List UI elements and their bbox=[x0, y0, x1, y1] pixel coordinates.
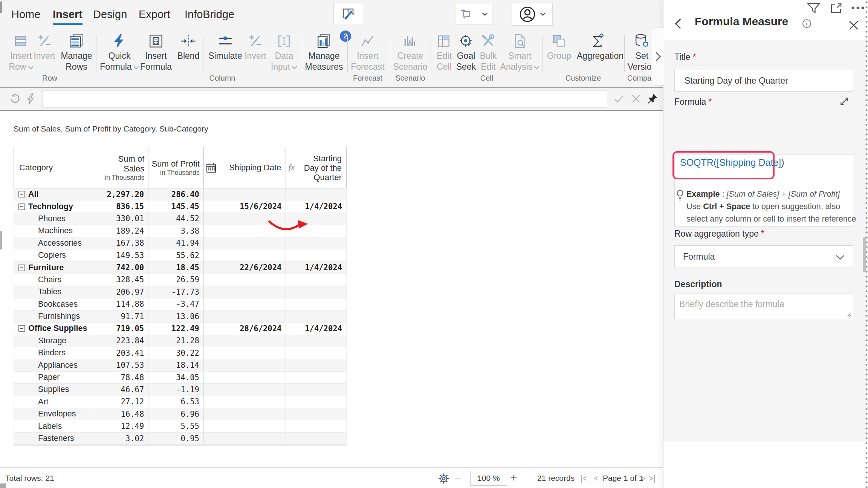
back-chevron-icon[interactable] bbox=[675, 18, 682, 29]
zoom-out-button[interactable]: – bbox=[455, 472, 461, 484]
ribbon-group-divider bbox=[624, 35, 625, 72]
quick-formula-button[interactable]: QuickFormula bbox=[99, 33, 140, 72]
insert-forecast-button: InsertForecast bbox=[347, 33, 388, 72]
shipping-date-value bbox=[204, 311, 286, 322]
next-page-button[interactable]: > bbox=[640, 474, 645, 483]
table-row[interactable]: Furnishings91.7113.06 bbox=[14, 311, 347, 323]
profit-value: 6.96 bbox=[148, 408, 204, 420]
collapse-icon[interactable] bbox=[18, 325, 25, 332]
invert-column-icon bbox=[248, 33, 263, 49]
category-label: Labels bbox=[38, 422, 62, 431]
shipping-date-value bbox=[204, 298, 286, 310]
shipping-date-value: 15/6/2024 bbox=[204, 200, 286, 212]
table-row[interactable]: Chairs328.4526.59 bbox=[14, 274, 347, 286]
table-row[interactable]: Envelopes16.486.96 bbox=[14, 408, 347, 420]
table-row[interactable]: Furniture742.0018.4522/6/20241/4/2024 bbox=[14, 262, 347, 274]
table-row[interactable]: Bookcases114.88-3.47 bbox=[14, 298, 347, 311]
table-row[interactable]: Labels12.495.55 bbox=[14, 420, 347, 432]
table-row[interactable]: Appliances107.5318.14 bbox=[14, 359, 347, 371]
tab-design[interactable]: Design bbox=[93, 8, 127, 21]
panel-title: Formula Measure bbox=[695, 15, 788, 28]
table-row[interactable]: Storage223.8421.28 bbox=[14, 335, 347, 347]
starting-day-value bbox=[286, 347, 346, 359]
tab-infobridge[interactable]: InfoBridge bbox=[185, 8, 234, 21]
last-page-button[interactable]: >| bbox=[649, 474, 656, 483]
tab-export[interactable]: Export bbox=[139, 8, 170, 21]
zoom-level-input[interactable]: 100 % bbox=[470, 471, 507, 486]
starting-day-value bbox=[286, 372, 346, 383]
account-menu[interactable] bbox=[512, 3, 553, 26]
sales-value: 12.49 bbox=[95, 420, 149, 432]
manage-measures-button[interactable]: 2ManageMeasures bbox=[303, 33, 345, 72]
prev-page-button[interactable]: < bbox=[594, 474, 599, 483]
discard-x-icon[interactable] bbox=[630, 93, 642, 104]
table-row[interactable]: Paper78.4834.05 bbox=[14, 372, 347, 384]
shipping-date-value bbox=[204, 384, 286, 395]
resize-handle-icon[interactable] bbox=[845, 311, 851, 317]
comment-widget[interactable] bbox=[455, 4, 492, 25]
more-options-icon[interactable] bbox=[851, 6, 865, 10]
formula-measure-panel: Formula Measure Title* Starting Day of t… bbox=[663, 0, 868, 488]
category-label: Paper bbox=[38, 373, 60, 382]
formula-bar-input[interactable] bbox=[42, 90, 607, 108]
expand-window-icon[interactable] bbox=[830, 3, 843, 14]
manage-rows-button[interactable]: ManageRows bbox=[56, 33, 97, 72]
settings-gear-icon[interactable] bbox=[438, 473, 449, 484]
table-row[interactable]: Office Supplies719.05122.4928/6/20241/4/… bbox=[14, 323, 347, 335]
profit-value: 21.28 bbox=[148, 335, 204, 347]
sales-value: 189.24 bbox=[95, 225, 149, 237]
starting-day-value bbox=[286, 335, 346, 347]
category-label: Phones bbox=[38, 214, 66, 223]
category-label: Tables bbox=[38, 287, 61, 297]
formula-help-text: Example : [Sum of Sales] + [Sum of Profi… bbox=[686, 188, 860, 225]
title-input[interactable]: Starting Day of the Quarter bbox=[674, 70, 853, 92]
zoom-in-button[interactable]: + bbox=[510, 471, 517, 484]
tab-home[interactable]: Home bbox=[11, 8, 40, 21]
table-row[interactable]: Copiers149.5355.62 bbox=[14, 249, 347, 262]
ribbon-group-divider bbox=[347, 35, 348, 72]
table-row[interactable]: Tables206.97-17.73 bbox=[14, 286, 347, 298]
table-row[interactable]: Supplies46.67-1.19 bbox=[14, 384, 347, 396]
tab-insert[interactable]: Insert bbox=[53, 8, 83, 21]
description-textarea[interactable]: Briefly describe the formula bbox=[674, 294, 853, 319]
expand-editor-icon[interactable] bbox=[839, 96, 850, 107]
table-row[interactable]: Art27.126.53 bbox=[14, 396, 347, 408]
filter-icon[interactable] bbox=[807, 3, 821, 14]
column-header-sum-of-profit[interactable]: Sum of Profit in Thousands bbox=[148, 147, 204, 188]
pin-icon[interactable] bbox=[646, 93, 658, 104]
column-header-starting-day[interactable]: fx Starting Day of the Quarter bbox=[286, 147, 346, 188]
formula-bar bbox=[0, 88, 663, 111]
category-label: Storage bbox=[38, 336, 66, 346]
collapse-icon[interactable] bbox=[18, 203, 25, 210]
first-page-button[interactable]: |< bbox=[580, 474, 587, 483]
table-row[interactable]: Binders203.4130.22 bbox=[14, 347, 347, 359]
column-header-category[interactable]: Category bbox=[14, 147, 95, 188]
table-row[interactable]: All2,297.20286.40 bbox=[14, 188, 347, 200]
column-header-sum-of-sales[interactable]: Sum of Sales in Thousands bbox=[95, 147, 149, 188]
sales-value: 167.38 bbox=[95, 237, 149, 249]
quick-formula-bar-icon[interactable] bbox=[26, 93, 37, 104]
collapse-icon[interactable] bbox=[18, 191, 25, 197]
collapse-icon[interactable] bbox=[18, 265, 25, 271]
ribbon-group-label: Column bbox=[209, 74, 235, 83]
table-row[interactable]: Fasteners3.020.95 bbox=[14, 433, 347, 445]
calendar-icon bbox=[206, 162, 216, 173]
shipping-date-value: 22/6/2024 bbox=[204, 262, 286, 273]
app-window: Home Insert Design Export InfoBridge Ins… bbox=[0, 0, 868, 488]
panel-scrollbar-thumb[interactable] bbox=[863, 237, 866, 272]
column-header-sublabel: in Thousands bbox=[152, 169, 200, 177]
column-header-shipping-date[interactable]: Shipping Date bbox=[204, 147, 286, 188]
row-aggregation-select[interactable]: Formula bbox=[674, 245, 853, 268]
panel-collapse-button[interactable] bbox=[652, 28, 664, 86]
aggregation-button[interactable]: Aggregation bbox=[577, 33, 618, 61]
undo-icon[interactable] bbox=[9, 93, 21, 104]
close-icon[interactable] bbox=[849, 20, 859, 30]
annotate-pen-button[interactable] bbox=[333, 3, 363, 24]
info-icon[interactable] bbox=[802, 19, 811, 28]
profit-value: -1.19 bbox=[148, 384, 204, 395]
category-label: All bbox=[28, 190, 38, 199]
confirm-check-icon[interactable] bbox=[613, 93, 625, 104]
create-scenario-icon bbox=[402, 33, 418, 49]
button-label: Insert bbox=[347, 50, 388, 61]
table-row[interactable]: Technology836.15145.4515/6/20241/4/2024 bbox=[14, 200, 347, 213]
